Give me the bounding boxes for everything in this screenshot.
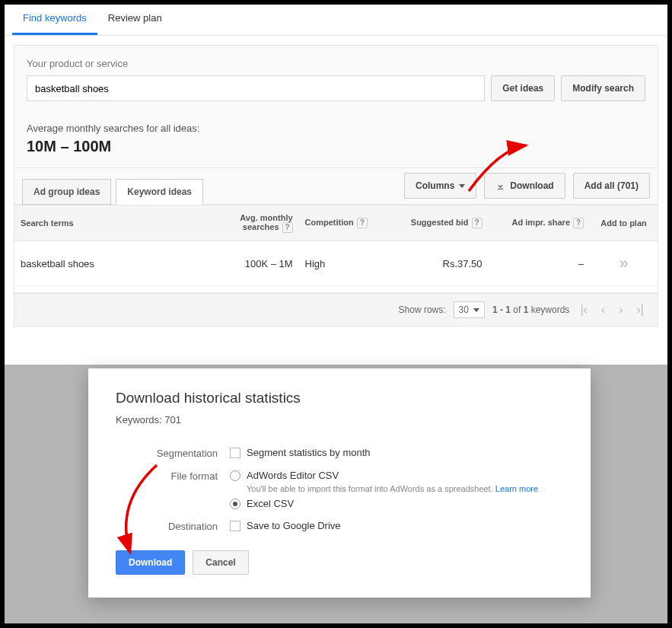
cell-term: basketball shoes [14,241,204,286]
col-suggested-bid[interactable]: Suggested bid? [393,206,489,241]
col-competition[interactable]: Competition? [299,206,394,241]
format-hint: You'll be able to import this format int… [247,484,563,493]
cell-avg: 100K – 1M [204,241,299,286]
product-label: Your product or service [27,58,645,69]
col-ad-impr-share[interactable]: Ad impr. share? [489,206,590,241]
product-input[interactable] [27,75,485,101]
help-icon[interactable]: ? [282,222,293,233]
file-format-label: File format [116,470,230,482]
dialog-download-button[interactable]: Download [116,550,185,575]
chevron-down-icon [473,308,479,312]
tab-ad-group-ideas[interactable]: Ad group ideas [22,179,111,205]
search-panel: Your product or service Get ideas Modify… [14,45,658,168]
columns-label: Columns [416,180,454,191]
cell-bid: Rs.37.50 [393,241,489,286]
cell-impr: – [489,241,590,286]
radio-icon [230,499,240,509]
destination-label: Destination [116,520,230,532]
dialog-title: Download historical statistics [116,390,563,406]
add-all-button[interactable]: Add all (701) [573,173,650,199]
top-tabs: Find keywords Review plan [5,5,667,36]
download-icon [495,181,505,191]
tab-keyword-ideas[interactable]: Keyword ideas [116,179,203,205]
chevron-right-icon: » [619,253,628,273]
chevron-down-icon [459,184,465,188]
avg-searches-value: 10M – 100M [27,138,645,155]
download-button[interactable]: Download [484,173,565,199]
segmentation-label: Segmentation [116,447,230,459]
cell-comp: High [299,241,394,286]
tab-review-plan[interactable]: Review plan [97,5,173,35]
table-row: basketball shoes 100K – 1M High Rs.37.50… [14,241,658,286]
checkbox-icon [230,448,240,458]
keywords-table: Search terms Avg. monthly searches? Comp… [14,205,658,293]
col-avg-searches[interactable]: Avg. monthly searches? [204,206,299,241]
prev-page-button[interactable]: ‹ [598,303,608,317]
help-icon[interactable]: ? [573,218,584,228]
col-add-to-plan: Add to plan [590,206,658,241]
first-page-button[interactable]: |‹ [577,303,590,317]
radio-icon [230,470,240,481]
dialog-subtitle: Keywords: 701 [116,414,563,426]
segment-by-month-checkbox[interactable]: Segment statistics by month [230,447,563,458]
help-icon[interactable]: ? [472,218,483,228]
format-excel-radio[interactable]: Excel CSV [230,498,563,509]
format-adwords-radio[interactable]: AdWords Editor CSV [230,470,563,481]
save-to-drive-checkbox[interactable]: Save to Google Drive [230,520,563,531]
add-to-plan-button[interactable]: » [590,241,658,286]
pagination: Show rows: 30 1 - 1 of 1 keywords |‹ ‹ ›… [14,293,658,326]
rows-select[interactable]: 30 [454,301,485,318]
get-ideas-button[interactable]: Get ideas [491,75,555,101]
avg-searches-label: Average monthly searches for all ideas: [27,123,645,134]
col-search-terms[interactable]: Search terms [14,206,204,241]
help-icon[interactable]: ? [357,218,368,228]
results-container: Ad group ideas Keyword ideas Columns Dow… [14,168,658,327]
dialog-cancel-button[interactable]: Cancel [193,550,248,575]
download-label: Download [510,180,553,191]
last-page-button[interactable]: ›| [634,303,647,317]
show-rows-label: Show rows: [399,304,446,315]
download-dialog: Download historical statistics Keywords:… [88,368,591,598]
pagination-range: 1 - 1 of 1 keywords [492,304,569,315]
checkbox-icon [230,521,240,531]
learn-more-link[interactable]: Learn more [495,484,538,493]
modify-search-button[interactable]: Modify search [561,75,645,101]
next-page-button[interactable]: › [616,303,626,317]
columns-button[interactable]: Columns [404,173,476,199]
tab-find-keywords[interactable]: Find keywords [12,5,97,35]
